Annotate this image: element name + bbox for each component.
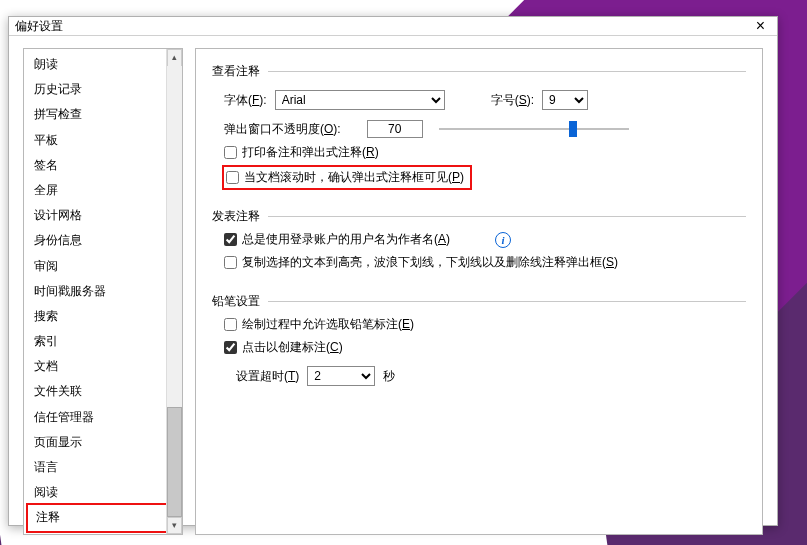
copy-selected-text-checkbox[interactable]: [224, 256, 237, 269]
group-pencil-legend: 铅笔设置: [212, 293, 268, 310]
opacity-input[interactable]: [367, 120, 423, 138]
scroll-down-icon[interactable]: ▾: [167, 517, 182, 534]
scroll-up-icon[interactable]: ▴: [167, 49, 182, 66]
sidebar-item[interactable]: 审阅: [24, 254, 182, 279]
timeout-label: 设置超时(T): [236, 368, 299, 385]
sidebar-item[interactable]: 文档: [24, 354, 182, 379]
close-icon[interactable]: ×: [750, 17, 771, 35]
sidebar-item[interactable]: 平板: [24, 128, 182, 153]
category-sidebar: 朗读历史记录拼写检查平板签名全屏设计网格身份信息审阅时间戳服务器搜索索引文档文件…: [23, 48, 183, 535]
group-view-annotations: 查看注释 字体(F): Arial 字号(S): 9: [212, 63, 746, 190]
print-annotations-label: 打印备注和弹出式注释(R): [242, 144, 379, 161]
sidebar-item[interactable]: 历史记录: [24, 77, 182, 102]
click-create-annotation-label: 点击以创建标注(C): [242, 339, 343, 356]
click-create-annotation-checkbox[interactable]: [224, 341, 237, 354]
highlighted-option: 当文档滚动时，确认弹出式注释框可见(P): [222, 165, 472, 190]
sidebar-item[interactable]: 注释: [26, 503, 180, 532]
sidebar-scrollbar[interactable]: ▴ ▾: [166, 49, 182, 534]
group-post-annotations: 发表注释 总是使用登录账户的用户名为作者名(A) i 复制选择的文本到高亮，波浪…: [212, 208, 746, 275]
group-view-legend: 查看注释: [212, 63, 268, 80]
sidebar-item[interactable]: 页面显示: [24, 430, 182, 455]
sidebar-item[interactable]: 全屏: [24, 178, 182, 203]
info-icon[interactable]: i: [495, 232, 511, 248]
use-login-author-checkbox[interactable]: [224, 233, 237, 246]
use-login-author-label: 总是使用登录账户的用户名为作者名(A): [242, 231, 450, 248]
titlebar: 偏好设置 ×: [9, 17, 777, 36]
sidebar-item[interactable]: 签名: [24, 153, 182, 178]
ensure-popup-visible-label: 当文档滚动时，确认弹出式注释框可见(P): [244, 169, 464, 186]
group-post-legend: 发表注释: [212, 208, 268, 225]
sidebar-item[interactable]: 索引: [24, 329, 182, 354]
sidebar-item[interactable]: 设计网格: [24, 203, 182, 228]
font-label: 字体(F):: [224, 92, 267, 109]
sidebar-item[interactable]: 时间戳服务器: [24, 279, 182, 304]
sidebar-item[interactable]: 拼写检查: [24, 102, 182, 127]
settings-panel: 查看注释 字体(F): Arial 字号(S): 9: [195, 48, 763, 535]
dialog-title: 偏好设置: [15, 18, 750, 35]
opacity-slider[interactable]: [439, 121, 629, 137]
slider-thumb[interactable]: [569, 121, 577, 137]
sidebar-item[interactable]: 文件关联: [24, 379, 182, 404]
group-pencil-settings: 铅笔设置 绘制过程中允许选取铅笔标注(E) 点击以创建标注(C) 设置超时(T: [212, 293, 746, 392]
timeout-unit: 秒: [383, 368, 395, 385]
timeout-select[interactable]: 2: [307, 366, 375, 386]
sidebar-item[interactable]: 阅读: [24, 480, 182, 505]
sidebar-item[interactable]: 语言: [24, 455, 182, 480]
fontsize-label: 字号(S):: [491, 92, 534, 109]
scroll-thumb[interactable]: [167, 407, 182, 517]
print-annotations-checkbox[interactable]: [224, 146, 237, 159]
sidebar-item[interactable]: 身份信息: [24, 228, 182, 253]
fontsize-select[interactable]: 9: [542, 90, 588, 110]
sidebar-item[interactable]: 信任管理器: [24, 405, 182, 430]
allow-select-pencil-label: 绘制过程中允许选取铅笔标注(E): [242, 316, 414, 333]
sidebar-item[interactable]: 搜索: [24, 304, 182, 329]
sidebar-item[interactable]: 朗读: [24, 52, 182, 77]
font-select[interactable]: Arial: [275, 90, 445, 110]
preferences-dialog: 偏好设置 × 朗读历史记录拼写检查平板签名全屏设计网格身份信息审阅时间戳服务器搜…: [8, 16, 778, 526]
allow-select-pencil-checkbox[interactable]: [224, 318, 237, 331]
ensure-popup-visible-checkbox[interactable]: [226, 171, 239, 184]
opacity-label: 弹出窗口不透明度(O):: [224, 121, 341, 138]
copy-selected-text-label: 复制选择的文本到高亮，波浪下划线，下划线以及删除线注释弹出框(S): [242, 254, 618, 271]
